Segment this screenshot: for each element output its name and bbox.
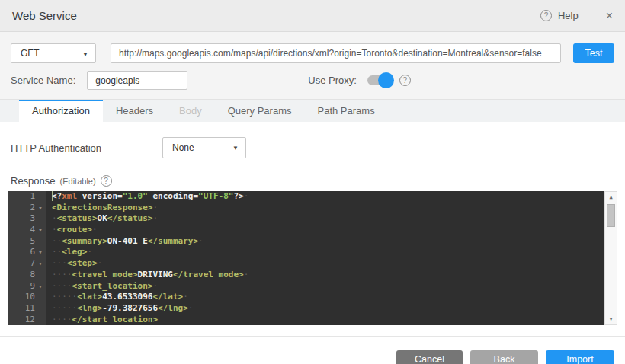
help-link[interactable]: Help	[558, 10, 579, 21]
tab-headers[interactable]: Headers	[103, 100, 166, 122]
use-proxy-label: Use Proxy:	[308, 75, 357, 86]
code-line[interactable]: ····</start_location>	[52, 315, 604, 325]
tab-body: Body	[166, 100, 215, 122]
chevron-down-icon: ▼	[232, 145, 239, 152]
scroll-down-icon[interactable]: ▼	[605, 316, 617, 322]
chevron-down-icon: ▼	[82, 51, 88, 58]
code-line[interactable]: ·····<lat>43.6533096</lat>·	[52, 292, 604, 303]
code-line[interactable]: ··<summary>ON-401 E</summary>·	[52, 236, 604, 247]
gutter-line: 12	[8, 315, 46, 325]
gutter-line: 4▾	[8, 225, 46, 236]
service-name-label: Service Name:	[11, 75, 75, 86]
request-section: GET ▼ Test Service Name: Use Proxy: ?	[0, 32, 625, 99]
use-proxy-toggle[interactable]	[367, 75, 392, 85]
gutter-line: 9▾	[8, 281, 46, 292]
gutter-line: 10	[8, 292, 46, 303]
http-auth-select[interactable]: None ▼	[162, 137, 246, 158]
fold-arrow-icon[interactable]: ▾	[35, 203, 46, 214]
code-line[interactable]: ····<travel_mode>DRIVING</travel_mode>·	[52, 270, 604, 281]
gutter-line: 5	[8, 236, 46, 247]
editor-code[interactable]: <?xml version="1.0" encoding="UTF-8"?>·<…	[46, 191, 604, 325]
page-title: Web Service	[12, 9, 77, 22]
tab-path-params[interactable]: Path Params	[304, 100, 387, 122]
gutter-line: 6▾	[8, 247, 46, 258]
import-button[interactable]: Import	[546, 350, 614, 364]
response-label: Response	[11, 175, 56, 187]
help-circle-icon[interactable]: ?	[540, 10, 552, 21]
code-line[interactable]: ·····<lng>-79.3827656</lng>·	[52, 303, 604, 315]
code-line[interactable]: ···<step>·	[52, 258, 604, 270]
scroll-up-icon[interactable]: ▲	[605, 194, 617, 200]
service-name-input[interactable]	[87, 71, 188, 90]
code-line[interactable]: ·<route>·	[52, 225, 604, 236]
http-method-value: GET	[21, 48, 40, 59]
editor-gutter: 12▾34▾56▾7▾89▾101112	[8, 191, 46, 325]
http-auth-row: HTTP Authentication None ▼	[0, 122, 625, 158]
http-auth-value: None	[172, 142, 194, 153]
http-method-select[interactable]: GET ▼	[11, 43, 96, 63]
code-line[interactable]: ··<leg>·	[52, 247, 604, 258]
tab-authorization[interactable]: Authorization	[19, 100, 103, 122]
scrollbar-thumb[interactable]	[607, 204, 615, 227]
gutter-line: 3	[8, 213, 46, 225]
http-auth-label: HTTP Authentication	[11, 142, 162, 154]
gutter-line: 11	[8, 303, 46, 315]
gutter-line: 2▾	[8, 203, 46, 214]
test-button[interactable]: Test	[573, 43, 614, 63]
response-help-icon[interactable]: ?	[101, 175, 112, 187]
url-input[interactable]	[111, 43, 561, 63]
code-line[interactable]: ·<status>OK</status>·	[52, 213, 604, 225]
response-editable-label: (Editable)	[60, 177, 96, 186]
gutter-line: 8	[8, 270, 46, 281]
toggle-knob	[378, 72, 394, 88]
fold-arrow-icon[interactable]: ▾	[35, 281, 46, 292]
proxy-help-icon[interactable]: ?	[399, 75, 411, 86]
tab-query-params[interactable]: Query Params	[215, 100, 305, 122]
editor-vertical-scrollbar[interactable]: ▲ ▼	[604, 191, 617, 325]
fold-arrow-icon[interactable]: ▾	[35, 225, 46, 236]
response-code-editor[interactable]: 12▾34▾56▾7▾89▾101112 <?xml version="1.0"…	[8, 191, 617, 325]
gutter-line: 1	[8, 191, 46, 203]
gutter-line: 7▾	[8, 258, 46, 270]
dialog-header: Web Service ? Help ×	[0, 0, 625, 32]
tabs: AuthorizationHeadersBodyQuery ParamsPath…	[0, 99, 625, 122]
response-label-row: Response (Editable) ?	[11, 175, 625, 187]
code-line[interactable]: <DirectionsResponse>·	[52, 203, 604, 214]
fold-arrow-icon[interactable]: ▾	[35, 258, 46, 270]
footer: Cancel Back Import	[0, 337, 625, 364]
back-button[interactable]: Back	[470, 350, 538, 364]
code-line[interactable]: <?xml version="1.0" encoding="UTF-8"?>·	[52, 191, 604, 203]
fold-arrow-icon[interactable]: ▾	[35, 247, 46, 258]
close-icon[interactable]: ×	[606, 9, 613, 23]
cancel-button[interactable]: Cancel	[396, 350, 463, 364]
code-line[interactable]: ····<start_location>·	[52, 281, 604, 292]
